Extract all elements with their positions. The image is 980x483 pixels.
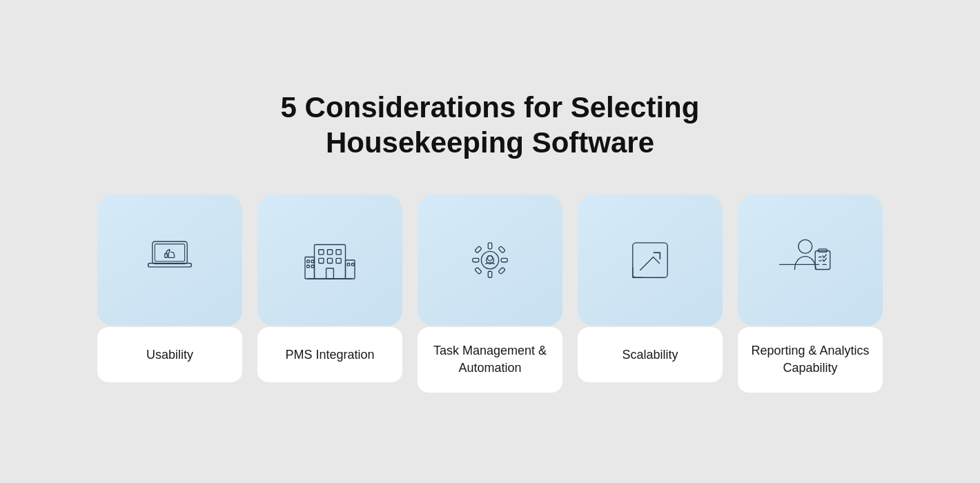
card-reporting: Reporting & Analytics Capability (738, 195, 883, 392)
label-scalability: Scalability (578, 327, 723, 382)
svg-rect-17 (307, 265, 310, 268)
svg-rect-20 (352, 264, 355, 266)
svg-rect-27 (475, 246, 482, 253)
icon-card-task (418, 195, 562, 326)
svg-rect-18 (311, 265, 314, 268)
svg-point-31 (487, 256, 492, 261)
svg-rect-23 (488, 243, 491, 249)
cards-row: Usability (41, 195, 939, 392)
page-title: 5 Considerations for Selecting Housekeep… (281, 90, 700, 160)
svg-rect-6 (327, 250, 332, 255)
svg-rect-1 (153, 241, 187, 264)
svg-rect-7 (336, 250, 341, 255)
card-task-management: Task Management & Automation (418, 195, 562, 392)
svg-rect-29 (475, 267, 482, 274)
icon-card-reporting (738, 195, 883, 326)
page-container: 5 Considerations for Selecting Housekeep… (0, 0, 980, 483)
svg-rect-10 (336, 259, 341, 264)
icon-card-usability (97, 195, 242, 326)
svg-rect-24 (488, 271, 491, 277)
gear-person-icon (459, 229, 521, 291)
svg-rect-30 (498, 267, 505, 274)
svg-rect-9 (327, 259, 332, 264)
svg-rect-26 (501, 259, 507, 262)
svg-rect-16 (311, 260, 314, 263)
svg-rect-25 (473, 259, 479, 262)
svg-rect-8 (319, 259, 324, 264)
chart-arrow-icon (619, 229, 681, 291)
card-pms-integration: PMS Integration (257, 195, 402, 382)
svg-rect-28 (498, 246, 505, 253)
building-icon (299, 229, 361, 291)
label-reporting: Reporting & Analytics Capability (738, 327, 883, 392)
icon-card-scalability (578, 195, 723, 326)
card-usability: Usability (97, 195, 242, 382)
svg-rect-2 (155, 244, 184, 262)
card-scalability: Scalability (578, 195, 723, 382)
icon-card-pms (257, 195, 402, 326)
person-checklist-icon (779, 229, 841, 291)
label-pms: PMS Integration (257, 327, 402, 382)
svg-rect-11 (326, 268, 334, 279)
svg-point-35 (798, 240, 812, 254)
label-task-management: Task Management & Automation (418, 327, 562, 392)
label-usability: Usability (97, 327, 242, 382)
svg-rect-5 (319, 250, 324, 255)
laptop-thumbsup-icon (139, 229, 201, 291)
svg-rect-15 (307, 260, 310, 263)
svg-rect-19 (347, 264, 350, 266)
